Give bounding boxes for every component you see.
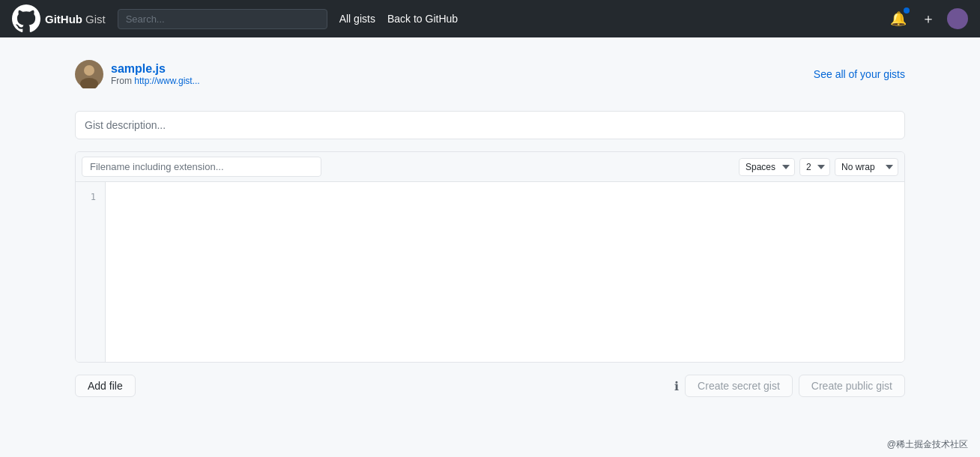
- from-label: From: [111, 76, 132, 86]
- nav-actions: 🔔 ＋: [887, 7, 968, 31]
- github-logo-icon: [12, 4, 40, 33]
- svg-point-1: [84, 65, 94, 76]
- code-textarea[interactable]: [106, 182, 904, 362]
- wrap-select[interactable]: No wrap Soft wrap: [835, 158, 898, 176]
- back-to-github-link[interactable]: Back to GitHub: [387, 13, 458, 25]
- editor-controls: Spaces Tabs 2 4 8 No wrap Soft wrap: [739, 158, 898, 176]
- user-info-bar: sample.js From http://www.gist... See al…: [75, 52, 905, 96]
- user-info-text: sample.js From http://www.gist...: [111, 62, 200, 86]
- user-avatar-svg: [75, 60, 103, 88]
- line-number-1: 1: [85, 190, 96, 205]
- notification-badge: [904, 7, 910, 13]
- search-box[interactable]: [118, 9, 327, 29]
- plus-icon: ＋: [922, 11, 935, 26]
- file-editor-header: Spaces Tabs 2 4 8 No wrap Soft wrap: [76, 152, 904, 182]
- filename-input[interactable]: [82, 157, 321, 177]
- gist-text: Gist: [85, 13, 106, 25]
- file-editor: Spaces Tabs 2 4 8 No wrap Soft wrap 1: [75, 151, 905, 363]
- search-input[interactable]: [118, 9, 327, 29]
- user-info-left: sample.js From http://www.gist...: [75, 60, 200, 88]
- add-file-button[interactable]: Add file: [75, 375, 136, 397]
- new-gist-button[interactable]: ＋: [919, 7, 938, 31]
- create-secret-gist-button[interactable]: Create secret gist: [685, 375, 793, 397]
- description-input[interactable]: [75, 111, 905, 139]
- user-avatar-icon: [75, 60, 103, 88]
- info-icon: ℹ: [674, 379, 679, 393]
- brand: GitHub Gist: [12, 4, 106, 33]
- line-numbers: 1: [76, 182, 106, 362]
- footer-actions: Add file ℹ Create secret gist Create pub…: [75, 375, 905, 397]
- main-content: sample.js From http://www.gist... See al…: [63, 37, 917, 412]
- notifications-button[interactable]: 🔔: [887, 7, 910, 30]
- from-line: From http://www.gist...: [111, 76, 200, 86]
- indent-select[interactable]: 2 4 8: [799, 158, 830, 176]
- create-public-gist-button[interactable]: Create public gist: [799, 375, 905, 397]
- gist-filename-link[interactable]: sample.js: [111, 62, 166, 75]
- right-actions: ℹ Create secret gist Create public gist: [674, 375, 905, 397]
- user-avatar[interactable]: [947, 8, 968, 29]
- all-gists-link[interactable]: All gists: [339, 13, 375, 25]
- code-area: 1: [76, 182, 904, 362]
- github-text: GitHub: [45, 13, 82, 25]
- from-link[interactable]: http://www.gist...: [134, 76, 199, 86]
- see-all-gists-link[interactable]: See all of your gists: [814, 68, 905, 80]
- navbar: GitHub Gist All gists Back to GitHub 🔔 ＋: [0, 0, 980, 37]
- bell-icon: 🔔: [890, 11, 907, 26]
- nav-links: All gists Back to GitHub: [339, 13, 458, 25]
- spaces-select[interactable]: Spaces Tabs: [739, 158, 795, 176]
